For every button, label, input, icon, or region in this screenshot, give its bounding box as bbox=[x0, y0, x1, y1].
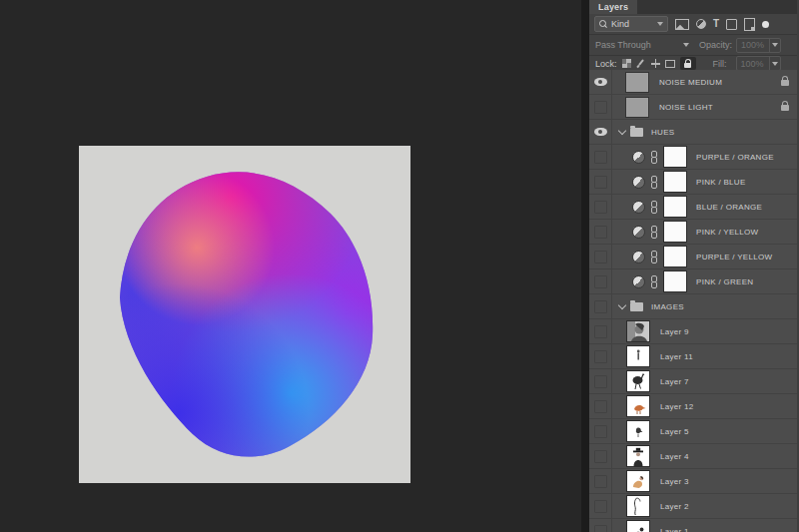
visibility-off-cell[interactable] bbox=[589, 444, 612, 468]
layer-mask-thumbnail[interactable] bbox=[663, 270, 687, 292]
portrait-thumbnail[interactable] bbox=[626, 320, 650, 342]
visibility-off-cell[interactable] bbox=[589, 394, 612, 418]
layer-row[interactable]: PINK / GREEN bbox=[589, 269, 797, 294]
filter-shape-layers-icon[interactable] bbox=[726, 19, 737, 30]
adjustment-layer-icon[interactable] bbox=[632, 251, 645, 264]
layer-row[interactable]: Layer 2 bbox=[589, 494, 797, 519]
visibility-checkbox bbox=[594, 275, 607, 288]
visibility-off-cell[interactable] bbox=[589, 319, 612, 343]
adjustment-layer-icon[interactable] bbox=[632, 151, 645, 164]
layer-row[interactable]: Layer 4 bbox=[589, 444, 797, 469]
layer-name: Layer 12 bbox=[660, 402, 694, 411]
layer-name: NOISE LIGHT bbox=[659, 103, 713, 112]
visibility-checkbox bbox=[594, 101, 607, 114]
panel-divider[interactable] bbox=[581, 0, 589, 532]
profile-sketch-thumbnail[interactable] bbox=[626, 495, 650, 517]
visibility-off-cell[interactable] bbox=[589, 519, 612, 532]
layer-name: PINK / BLUE bbox=[696, 178, 746, 187]
eye-icon bbox=[594, 128, 607, 136]
canvas[interactable] bbox=[79, 146, 410, 483]
chevron-expanded-icon[interactable] bbox=[618, 127, 626, 135]
opacity-value: 100% bbox=[737, 40, 769, 50]
visibility-on-cell[interactable] bbox=[589, 120, 612, 144]
layer-mask-thumbnail[interactable] bbox=[663, 246, 687, 267]
filter-type-layers-icon[interactable] bbox=[713, 19, 719, 29]
layer-name: Layer 3 bbox=[660, 477, 689, 486]
visibility-checkbox bbox=[594, 400, 607, 413]
layer-row[interactable]: PINK / BLUE bbox=[589, 170, 797, 195]
opacity-input[interactable]: 100% bbox=[736, 38, 781, 53]
mask-link-icon bbox=[651, 151, 657, 164]
layer-row[interactable]: PINK / YELLOW bbox=[589, 220, 797, 245]
visibility-checkbox bbox=[594, 525, 607, 532]
layer-row[interactable]: Layer 12 bbox=[589, 394, 797, 419]
layer-row[interactable]: HUES bbox=[589, 120, 797, 145]
fill-input[interactable]: 100% bbox=[736, 56, 781, 71]
layer-row[interactable]: Layer 5 bbox=[589, 419, 797, 444]
visibility-off-cell[interactable] bbox=[589, 170, 612, 194]
visibility-off-cell[interactable] bbox=[589, 344, 612, 368]
layer-mask-thumbnail[interactable] bbox=[663, 146, 687, 168]
layer-row-content: NOISE MEDIUM bbox=[612, 70, 797, 94]
layer-row[interactable]: NOISE MEDIUM bbox=[589, 70, 797, 95]
orange-bird-thumbnail[interactable] bbox=[626, 395, 650, 417]
layer-mask-thumbnail[interactable] bbox=[663, 196, 687, 218]
visibility-checkbox bbox=[594, 475, 607, 488]
small-bird-thumbnail[interactable] bbox=[626, 420, 650, 442]
lock-all-button[interactable] bbox=[680, 57, 696, 70]
layer-row[interactable]: PURPLE / YELLOW bbox=[589, 245, 797, 269]
visibility-off-cell[interactable] bbox=[589, 195, 612, 219]
layer-thumbnail[interactable] bbox=[625, 97, 649, 118]
layer-row[interactable]: Layer 7 bbox=[589, 369, 797, 394]
filter-toggle-icon[interactable] bbox=[762, 21, 769, 28]
filter-adjustment-layers-icon[interactable] bbox=[696, 19, 706, 29]
adjustment-layer-icon[interactable] bbox=[632, 176, 645, 189]
visibility-off-cell[interactable] bbox=[589, 245, 612, 268]
lock-artboard-icon[interactable] bbox=[665, 60, 675, 68]
layer-mask-thumbnail[interactable] bbox=[663, 221, 687, 243]
layer-row[interactable]: PURPLE / ORANGE bbox=[589, 145, 797, 170]
layer-name: Layer 5 bbox=[660, 427, 689, 436]
visibility-off-cell[interactable] bbox=[589, 494, 612, 518]
dark-bird-thumbnail[interactable] bbox=[626, 370, 650, 392]
visibility-off-cell[interactable] bbox=[589, 469, 612, 493]
visibility-off-cell[interactable] bbox=[589, 95, 612, 119]
adjustment-layer-icon[interactable] bbox=[632, 201, 645, 214]
search-icon bbox=[599, 20, 607, 28]
layer-row[interactable]: Layer 9 bbox=[589, 319, 797, 344]
chevron-expanded-icon[interactable] bbox=[618, 301, 626, 309]
layer-mask-thumbnail[interactable] bbox=[663, 171, 687, 193]
layer-row-content: Layer 12 bbox=[612, 394, 797, 418]
layer-row[interactable]: NOISE LIGHT bbox=[589, 95, 797, 120]
tab-layers[interactable]: Layers bbox=[589, 0, 637, 14]
visibility-off-cell[interactable] bbox=[589, 220, 612, 244]
mask-link-icon bbox=[651, 176, 657, 189]
visibility-off-cell[interactable] bbox=[589, 145, 612, 169]
visibility-off-cell[interactable] bbox=[589, 419, 612, 443]
visibility-off-cell[interactable] bbox=[589, 369, 612, 393]
seated-figure-thumbnail[interactable] bbox=[626, 470, 650, 492]
adjustment-layer-icon[interactable] bbox=[632, 275, 645, 288]
layer-row[interactable]: Layer 3 bbox=[589, 469, 797, 494]
visibility-off-cell[interactable] bbox=[589, 269, 612, 293]
blend-mode-select[interactable]: Pass Through bbox=[595, 38, 689, 52]
tiny-figure-thumbnail[interactable] bbox=[626, 345, 650, 367]
adjustment-layer-icon[interactable] bbox=[632, 226, 645, 239]
hat-figure-thumbnail[interactable] bbox=[626, 445, 650, 467]
layer-row[interactable]: BLUE / ORANGE bbox=[589, 195, 797, 220]
layer-row[interactable]: IMAGES bbox=[589, 294, 797, 319]
lock-position-icon[interactable] bbox=[651, 59, 660, 68]
crouching-figure-thumbnail[interactable] bbox=[626, 520, 650, 532]
visibility-on-cell[interactable] bbox=[589, 70, 612, 94]
filter-pixel-layers-icon[interactable] bbox=[675, 19, 689, 30]
layer-thumbnail[interactable] bbox=[625, 72, 649, 93]
layer-row[interactable]: Layer 1 bbox=[589, 519, 797, 532]
layer-name: BLUE / ORANGE bbox=[696, 203, 762, 212]
lock-pixels-icon[interactable] bbox=[636, 59, 646, 69]
filter-kind-select[interactable]: Kind bbox=[594, 16, 668, 32]
visibility-checkbox bbox=[594, 450, 607, 463]
visibility-off-cell[interactable] bbox=[589, 294, 612, 318]
layer-row[interactable]: Layer 11 bbox=[589, 344, 797, 369]
lock-transparency-icon[interactable] bbox=[622, 59, 631, 68]
filter-smart-objects-icon[interactable] bbox=[744, 18, 755, 31]
